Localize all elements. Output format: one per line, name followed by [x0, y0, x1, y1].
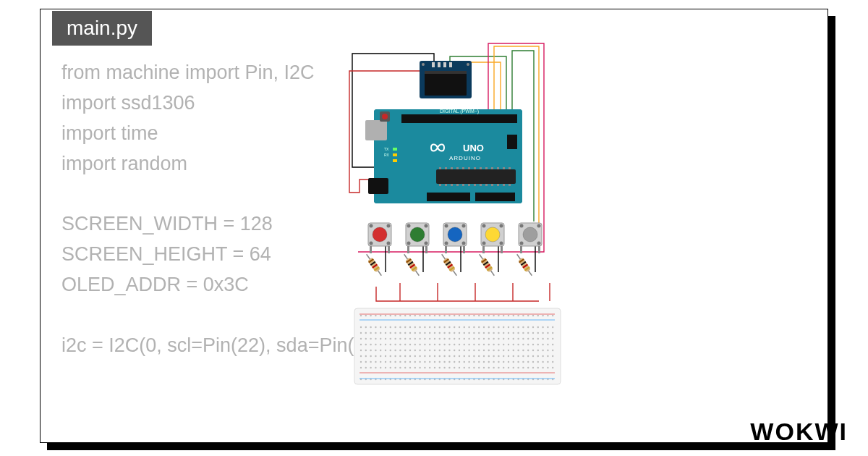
svg-point-216	[429, 332, 430, 334]
svg-rect-82	[501, 246, 503, 253]
svg-point-338	[439, 350, 441, 351]
svg-point-255	[424, 338, 425, 339]
svg-point-61	[425, 224, 428, 228]
svg-point-368	[390, 355, 391, 357]
svg-point-303	[464, 344, 465, 345]
svg-point-391	[503, 355, 504, 357]
svg-point-263	[464, 338, 465, 339]
svg-point-467	[483, 367, 485, 368]
svg-rect-38	[485, 184, 488, 186]
svg-rect-2	[425, 71, 467, 74]
svg-point-162	[360, 326, 362, 328]
svg-rect-45	[393, 148, 397, 151]
svg-point-315	[522, 344, 524, 345]
svg-point-256	[429, 338, 430, 339]
svg-point-410	[399, 361, 401, 363]
svg-point-427	[483, 361, 485, 363]
svg-point-459	[443, 367, 445, 368]
svg-point-433	[513, 361, 514, 363]
svg-point-200	[547, 326, 548, 328]
svg-point-278	[537, 338, 539, 339]
svg-point-87	[537, 242, 541, 245]
svg-rect-116	[518, 258, 531, 273]
svg-point-438	[537, 361, 539, 363]
svg-point-239	[542, 332, 543, 334]
svg-point-189	[493, 326, 494, 328]
svg-point-285	[375, 344, 376, 345]
svg-rect-90	[538, 246, 540, 253]
svg-point-408	[390, 361, 391, 363]
svg-rect-41	[503, 184, 505, 186]
svg-point-359	[542, 350, 543, 351]
svg-point-152	[508, 315, 509, 316]
svg-point-210	[399, 332, 401, 334]
svg-point-242	[360, 338, 362, 339]
green-button[interactable]	[406, 223, 429, 253]
svg-point-340	[448, 350, 450, 351]
svg-point-388	[488, 355, 490, 357]
svg-point-446	[380, 367, 381, 368]
svg-point-468	[488, 367, 490, 368]
svg-point-155	[522, 315, 524, 316]
svg-point-60	[407, 224, 411, 228]
svg-point-204	[370, 332, 371, 334]
svg-point-329	[394, 350, 396, 351]
yellow-button[interactable]	[481, 223, 504, 253]
svg-point-225	[473, 332, 475, 334]
svg-rect-32	[451, 184, 453, 186]
svg-point-299	[443, 344, 445, 345]
svg-point-124	[370, 315, 371, 316]
svg-point-192	[508, 326, 509, 328]
svg-point-421	[454, 361, 455, 363]
resistor	[401, 253, 421, 277]
svg-point-213	[414, 332, 416, 334]
svg-rect-26	[491, 167, 493, 169]
svg-point-279	[542, 338, 543, 339]
buttons-row	[368, 223, 542, 253]
svg-point-342	[459, 350, 460, 351]
svg-point-461	[454, 367, 455, 368]
svg-rect-14	[427, 193, 470, 201]
svg-point-265	[473, 338, 475, 339]
svg-point-220	[448, 332, 450, 334]
svg-rect-50	[507, 135, 517, 149]
red-button[interactable]	[368, 223, 391, 253]
svg-point-316	[527, 344, 529, 345]
svg-point-288	[390, 344, 391, 345]
svg-point-226	[478, 332, 480, 334]
svg-point-245	[375, 338, 376, 339]
svg-point-84	[520, 224, 524, 228]
svg-rect-89	[520, 246, 522, 253]
svg-point-473	[513, 367, 514, 368]
svg-point-352	[508, 350, 509, 351]
grey-button[interactable]	[519, 223, 542, 253]
svg-point-358	[537, 350, 539, 351]
svg-point-328	[390, 350, 391, 351]
svg-point-337	[434, 350, 435, 351]
svg-point-277	[532, 338, 534, 339]
svg-point-186	[478, 326, 480, 328]
svg-point-478	[537, 367, 539, 368]
svg-point-219	[443, 332, 445, 334]
svg-rect-104	[443, 258, 456, 273]
svg-point-173	[414, 326, 416, 328]
svg-point-456	[429, 367, 430, 368]
svg-point-231	[503, 332, 504, 334]
svg-point-161	[552, 315, 553, 316]
svg-point-345	[473, 350, 475, 351]
svg-point-445	[375, 367, 376, 368]
circuit-diagram: DIGITAL (PWM~) UNO ARDUINO TX	[307, 41, 582, 388]
svg-point-188	[488, 326, 490, 328]
svg-point-366	[380, 355, 381, 357]
svg-point-222	[459, 332, 460, 334]
svg-point-68	[445, 224, 448, 228]
svg-point-332	[409, 350, 411, 351]
svg-point-52	[370, 224, 373, 228]
svg-point-407	[385, 361, 386, 363]
svg-point-275	[522, 338, 524, 339]
blue-button[interactable]	[443, 223, 467, 253]
svg-point-77	[500, 224, 503, 228]
svg-rect-5	[432, 62, 435, 67]
svg-point-401	[552, 355, 553, 357]
svg-point-393	[513, 355, 514, 357]
